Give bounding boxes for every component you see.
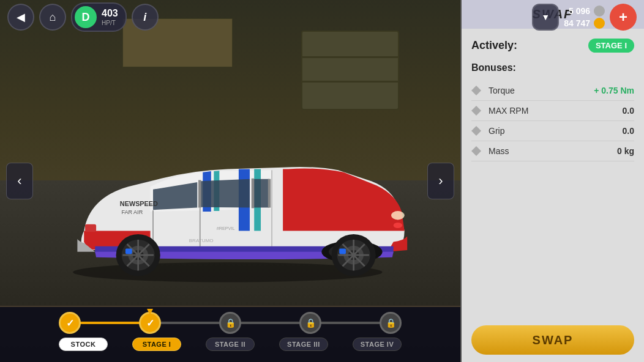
garage-cabinet: [301, 31, 399, 110]
active-stage-badge: STAGE I: [588, 39, 634, 53]
lock-icon-stage2: 🔒: [225, 318, 236, 328]
svg-rect-2: [252, 178, 255, 208]
bonus-name-3: Mass: [489, 146, 617, 156]
label-stage2[interactable]: STAGE II: [206, 338, 255, 351]
check-icon-stage1: ✓: [146, 317, 154, 329]
grade-value: 403: [102, 7, 118, 19]
top-bar-left: ◀ ⌂ D 403 HP/T i: [7, 2, 159, 32]
svg-rect-1: [198, 180, 201, 207]
label-stage4[interactable]: STAGE IV: [353, 338, 402, 351]
check-icon-stock: ✓: [66, 317, 74, 329]
bonus-icon-1: [471, 106, 481, 116]
car-container: NEWSPEED FAR AIR BRATUMO #REPVIL: [18, 99, 448, 307]
garage-icon: ⌂: [50, 11, 56, 24]
bonus-value-3: 0 kg: [617, 146, 634, 156]
stage-node-stage1[interactable]: ✓: [139, 312, 161, 334]
label-stock[interactable]: STOCK: [59, 338, 108, 351]
svg-rect-20: [339, 248, 346, 254]
back-icon: ◀: [17, 10, 25, 24]
bonuses-title: Bonuses:: [471, 62, 634, 73]
bonus-icon-2: [471, 126, 481, 136]
svg-point-7: [391, 211, 405, 220]
stage-node-stage3[interactable]: 🔒: [299, 312, 321, 334]
add-icon: +: [619, 9, 627, 26]
bonus-name-2: Grip: [489, 126, 623, 136]
top-bar-right: ▼ 5 096 84 747 +: [532, 4, 637, 31]
svg-rect-3: [268, 179, 271, 207]
back-button[interactable]: ◀: [7, 4, 34, 31]
svg-point-8: [394, 223, 402, 228]
lock-icon-stage4: 🔒: [386, 318, 396, 328]
grade-unit: HP/T: [102, 20, 118, 27]
shelf-2: [302, 81, 398, 83]
bonus-row-1: MAX RPM0.0: [471, 101, 634, 121]
stage-node-stage2[interactable]: 🔒: [219, 312, 241, 334]
bonus-name-0: Torque: [489, 86, 594, 95]
swap-button[interactable]: SWAP: [471, 325, 634, 355]
grade-badge: D 403 HP/T: [71, 2, 127, 32]
bonus-icon-3: [471, 146, 481, 156]
info-button[interactable]: i: [132, 4, 159, 31]
svg-text:BRATUMO: BRATUMO: [189, 237, 214, 243]
stage-track: ✓ ✓ 🔒 🔒 🔒: [59, 311, 402, 335]
top-bar: ◀ ⌂ D 403 HP/T i ▼ 5 096 84: [0, 0, 644, 34]
stage-node-stage4[interactable]: 🔒: [380, 312, 402, 334]
shelf-1: [302, 56, 398, 58]
bonus-list: Torque+ 0.75 NmMAX RPM0.0Grip0.0Mass0 kg: [471, 81, 634, 161]
gold-icon: [594, 18, 605, 29]
left-arrow-icon: ‹: [17, 173, 21, 189]
svg-text:NEWSPEED: NEWSPEED: [120, 200, 158, 207]
silver-value: 5 096: [569, 6, 590, 16]
garage-button[interactable]: ⌂: [39, 4, 66, 31]
label-stage1[interactable]: STAGE I: [132, 338, 181, 351]
bonus-value-0: + 0.75 Nm: [594, 86, 634, 95]
bonus-row-3: Mass0 kg: [471, 141, 634, 161]
panel-body: Actively: STAGE I Bonuses: Torque+ 0.75 …: [462, 29, 644, 318]
actively-label: Actively:: [471, 39, 517, 52]
svg-text:#REPVIL: #REPVIL: [217, 225, 235, 231]
gold-value: 84 747: [564, 18, 590, 28]
svg-text:FAR AIR: FAR AIR: [122, 209, 143, 215]
actively-row: Actively: STAGE I: [471, 39, 634, 53]
main-layout: NEWSPEED FAR AIR BRATUMO #REPVIL ‹ ›: [0, 0, 644, 362]
svg-rect-29: [125, 248, 132, 254]
grade-circle: D: [75, 6, 97, 28]
stage-selector: ✓ ✓ 🔒 🔒 🔒: [0, 307, 460, 362]
bonus-icon-0: [471, 86, 481, 95]
silver-currency-row: 5 096: [569, 6, 605, 17]
bonus-row-0: Torque+ 0.75 Nm: [471, 81, 634, 101]
grade-letter: D: [82, 11, 90, 24]
bonus-row-2: Grip0.0: [471, 121, 634, 141]
info-icon: i: [143, 11, 146, 24]
active-indicator: [147, 309, 153, 315]
car-image: NEWSPEED FAR AIR BRATUMO #REPVIL: [40, 120, 427, 286]
silver-icon: [594, 6, 605, 17]
bonus-name-1: MAX RPM: [489, 106, 623, 116]
dropdown-button[interactable]: ▼: [532, 4, 559, 31]
label-stage3[interactable]: STAGE III: [279, 338, 328, 351]
right-panel: SWAP Actively: STAGE I Bonuses: Torque+ …: [460, 0, 644, 362]
dropdown-icon: ▼: [541, 12, 550, 22]
next-car-button[interactable]: ›: [427, 163, 454, 199]
stage-node-stock[interactable]: ✓: [59, 312, 81, 334]
lock-icon-stage3: 🔒: [305, 318, 316, 328]
stage-line-active: [76, 322, 147, 324]
car-area: NEWSPEED FAR AIR BRATUMO #REPVIL ‹ ›: [0, 0, 460, 362]
gold-currency-row: 84 747: [564, 18, 605, 29]
prev-car-button[interactable]: ‹: [6, 163, 33, 199]
right-arrow-icon: ›: [438, 173, 443, 189]
stage-labels: STOCK STAGE I STAGE II STAGE III STAGE I…: [59, 338, 402, 351]
svg-rect-9: [85, 224, 96, 232]
currency-box: 5 096 84 747: [564, 6, 605, 29]
bonus-value-1: 0.0: [623, 106, 634, 116]
bonus-value-2: 0.0: [623, 126, 634, 136]
grade-stats: 403 HP/T: [102, 7, 118, 26]
add-currency-button[interactable]: +: [610, 4, 637, 31]
panel-footer: SWAP: [462, 318, 644, 362]
